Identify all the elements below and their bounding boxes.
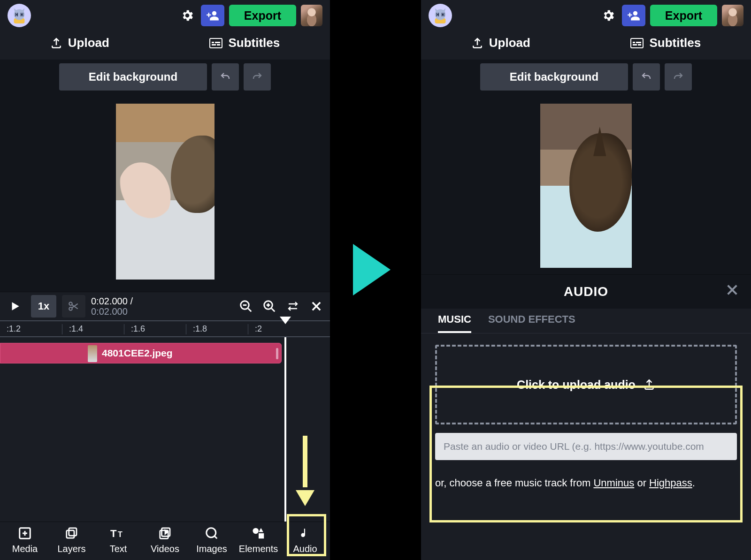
playhead-line xyxy=(284,337,286,539)
app-logo[interactable] xyxy=(8,4,31,27)
svg-rect-7 xyxy=(212,42,214,43)
highpass-link[interactable]: Highpass xyxy=(649,477,692,489)
tab-elements[interactable]: Elements xyxy=(238,526,280,554)
undo-button[interactable] xyxy=(212,63,239,91)
time-total: 0:02.000 xyxy=(91,306,128,317)
unminus-link[interactable]: Unminus xyxy=(593,477,634,489)
tab-text[interactable]: TT Text xyxy=(97,526,139,554)
svg-point-3 xyxy=(21,14,23,15)
tutorial-arrow xyxy=(298,436,312,506)
clip-thumbnail xyxy=(88,345,97,362)
zoom-in-button[interactable] xyxy=(261,297,278,315)
upload-button[interactable]: Upload xyxy=(50,36,109,50)
svg-point-9 xyxy=(69,302,72,305)
redo-button[interactable] xyxy=(244,63,271,91)
media-icon xyxy=(15,526,34,541)
preview-image[interactable] xyxy=(540,104,632,268)
subtitles-icon xyxy=(630,38,644,48)
audio-title: AUDIO xyxy=(564,284,608,299)
subtitles-button[interactable]: Subtitles xyxy=(630,36,701,50)
svg-rect-31 xyxy=(636,42,641,43)
close-audio-panel-button[interactable] xyxy=(725,282,740,297)
layers-icon xyxy=(62,526,81,541)
svg-rect-14 xyxy=(69,528,76,536)
svg-rect-6 xyxy=(217,44,220,45)
upload-button[interactable]: Upload xyxy=(471,36,530,50)
clip-handle-right[interactable] xyxy=(276,348,278,359)
add-user-button[interactable] xyxy=(201,5,224,26)
export-button[interactable]: Export xyxy=(650,5,717,26)
audio-url-input[interactable]: Paste an audio or video URL (e.g. https:… xyxy=(435,433,737,460)
svg-rect-22 xyxy=(259,533,264,538)
preview-area xyxy=(421,94,751,274)
export-button[interactable]: Export xyxy=(229,5,296,26)
timeline-tracks[interactable]: 4801CEE2.jpeg xyxy=(0,337,330,389)
tab-media[interactable]: Media xyxy=(4,526,46,554)
elements-icon xyxy=(249,526,268,541)
timecode: 0:02.000 / 0:02.000 xyxy=(91,296,133,317)
speed-button[interactable]: 1x xyxy=(31,295,56,318)
fit-button[interactable] xyxy=(284,297,302,315)
dropzone-label: Click to upload audio xyxy=(517,378,636,392)
svg-point-2 xyxy=(16,14,18,15)
subtitles-button[interactable]: Subtitles xyxy=(209,36,280,50)
tab-videos[interactable]: Videos xyxy=(144,526,186,554)
zoom-out-button[interactable] xyxy=(237,297,255,315)
add-user-button[interactable] xyxy=(622,5,645,26)
user-avatar[interactable] xyxy=(722,5,743,26)
left-panel: Export Upload Subtitles Edit background xyxy=(0,0,330,560)
upload-subtitles-row: Upload Subtitles xyxy=(421,29,751,60)
app-logo[interactable] xyxy=(429,4,452,27)
text-icon: TT xyxy=(109,526,128,541)
audio-tabs: MUSIC SOUND EFFECTS xyxy=(421,309,751,333)
play-button[interactable] xyxy=(5,296,25,317)
playhead[interactable] xyxy=(280,317,291,324)
audio-panel-header: AUDIO xyxy=(421,274,751,309)
settings-button[interactable] xyxy=(178,7,196,24)
split-button[interactable] xyxy=(62,295,85,318)
tab-music[interactable]: MUSIC xyxy=(438,313,471,333)
svg-rect-15 xyxy=(66,530,74,538)
upload-icon xyxy=(643,378,655,391)
upload-label: Upload xyxy=(68,36,109,50)
svg-point-10 xyxy=(69,307,72,310)
playback-controls: 1x 0:02.000 / 0:02.000 xyxy=(0,292,330,320)
svg-point-26 xyxy=(442,14,444,15)
time-current: 0:02.000 xyxy=(91,296,128,306)
upload-icon xyxy=(50,37,62,49)
undo-button[interactable] xyxy=(633,63,660,91)
edit-toolbar: Edit background xyxy=(421,60,751,94)
edit-background-button[interactable]: Edit background xyxy=(59,63,207,91)
tab-layers[interactable]: Layers xyxy=(51,526,93,554)
close-timeline-button[interactable] xyxy=(307,297,325,315)
subtitles-label: Subtitles xyxy=(228,36,280,50)
edit-toolbar: Edit background xyxy=(0,60,330,94)
settings-button[interactable] xyxy=(599,7,617,24)
timeline-clip[interactable]: 4801CEE2.jpeg xyxy=(0,343,282,363)
user-avatar[interactable] xyxy=(301,5,322,26)
upload-icon xyxy=(471,37,483,49)
timeline-ruler[interactable]: :1.2 :1.4 :1.6 :1.8 :2 xyxy=(0,320,330,337)
tab-images[interactable]: Images xyxy=(191,526,233,554)
bottom-tabbar: Media Layers TT Text Videos Images Eleme… xyxy=(0,522,330,560)
svg-text:T: T xyxy=(118,530,123,538)
tick: :1.4 xyxy=(62,324,124,334)
images-icon xyxy=(202,526,221,541)
step-arrow-icon xyxy=(353,244,391,295)
tab-sound-effects[interactable]: SOUND EFFECTS xyxy=(488,313,575,333)
upload-label: Upload xyxy=(489,36,530,50)
redo-button[interactable] xyxy=(665,63,692,91)
edit-background-button[interactable]: Edit background xyxy=(480,63,628,91)
right-panel: Export Upload Subtitles Edit background xyxy=(421,0,751,560)
tab-audio[interactable]: Audio xyxy=(284,526,326,554)
free-track-text: or, choose a free music track from Unmin… xyxy=(421,460,751,489)
svg-rect-5 xyxy=(212,44,216,45)
upload-subtitles-row: Upload Subtitles xyxy=(0,29,330,60)
subtitles-label: Subtitles xyxy=(649,36,701,50)
clip-filename: 4801CEE2.jpeg xyxy=(102,348,173,359)
topbar: Export xyxy=(0,0,330,29)
svg-rect-29 xyxy=(638,44,641,45)
url-placeholder: Paste an audio or video URL (e.g. https:… xyxy=(444,441,704,452)
preview-image[interactable] xyxy=(116,104,215,280)
upload-audio-dropzone[interactable]: Click to upload audio xyxy=(435,345,737,424)
